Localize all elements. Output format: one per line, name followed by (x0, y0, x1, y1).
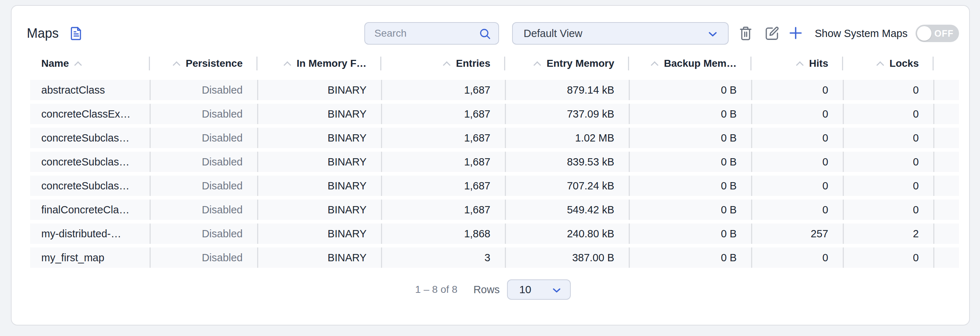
table-row[interactable]: concreteSubclas…DisabledBINARY1,687839.5… (30, 152, 959, 172)
search-icon[interactable] (478, 27, 492, 41)
cell-backup-mem: 0 B (629, 104, 751, 124)
cell-entries: 1,868 (381, 224, 505, 244)
cell-persistence: Disabled (150, 80, 257, 100)
rows-per-page-select[interactable]: 10 (507, 279, 571, 300)
cell-hits: 257 (751, 224, 843, 244)
cell-persistence: Disabled (150, 224, 257, 244)
cell-name: finalConcreteCla… (30, 200, 150, 220)
cell-in-memory-f: BINARY (257, 248, 381, 268)
table-row[interactable]: concreteSubclas…DisabledBINARY1,6871.02 … (30, 128, 959, 148)
sort-caret-icon (877, 61, 884, 69)
cell-entry-memory: 387.00 B (505, 248, 629, 268)
chevron-down-icon (706, 27, 719, 41)
cell-entry-memory: 549.42 kB (505, 200, 629, 220)
cell-name: concreteSubclas… (30, 176, 150, 196)
table-row[interactable]: finalConcreteCla…DisabledBINARY1,687549.… (30, 200, 959, 220)
delete-button[interactable] (737, 25, 754, 42)
cell-hits: 0 (751, 104, 843, 124)
cell-hits: 0 (751, 176, 843, 196)
cell-spacer (933, 200, 959, 220)
cell-entry-memory: 737.09 kB (505, 104, 629, 124)
show-system-maps-label: Show System Maps (815, 27, 908, 40)
column-header-in-memory-f[interactable]: In Memory F… (257, 52, 381, 75)
cell-spacer (933, 128, 959, 148)
column-label: Persistence (186, 58, 243, 69)
maps-panel: Maps Default Vi (11, 5, 970, 325)
sort-caret-icon (283, 61, 291, 69)
cell-spacer (933, 104, 959, 124)
toolbar: Maps Default Vi (27, 22, 959, 45)
cell-backup-mem: 0 B (629, 80, 751, 100)
cell-locks: 0 (843, 80, 933, 100)
pagination: 1 – 8 of 8 Rows 10 (27, 279, 959, 300)
cell-locks: 0 (843, 104, 933, 124)
cell-in-memory-f: BINARY (257, 104, 381, 124)
table-row[interactable]: my-distributed-…DisabledBINARY1,868240.8… (30, 224, 959, 244)
cell-entries: 1,687 (381, 128, 505, 148)
column-label: Entries (456, 58, 490, 69)
sort-caret-icon (533, 61, 541, 69)
table-row[interactable]: concreteSubclas…DisabledBINARY1,687707.2… (30, 176, 959, 196)
cell-entries: 1,687 (381, 200, 505, 220)
cell-locks: 2 (843, 224, 933, 244)
cell-entries: 3 (381, 248, 505, 268)
column-header-hits[interactable]: Hits (751, 52, 843, 75)
cell-name: concreteSubclas… (30, 152, 150, 172)
table-row[interactable]: concreteClassEx…DisabledBINARY1,687737.0… (30, 104, 959, 124)
rows-per-page-value: 10 (519, 283, 531, 296)
column-label: Locks (889, 58, 919, 69)
cell-spacer (933, 224, 959, 244)
column-header-persistence[interactable]: Persistence (150, 52, 257, 75)
add-button[interactable] (788, 25, 804, 42)
toolbar-controls: Default View (364, 22, 959, 45)
column-header-backup-mem[interactable]: Backup Mem… (629, 52, 751, 75)
column-header-name[interactable]: Name (30, 52, 150, 75)
column-label: Name (41, 58, 69, 69)
cell-locks: 0 (843, 200, 933, 220)
cell-entry-memory: 240.80 kB (505, 224, 629, 244)
cell-in-memory-f: BINARY (257, 224, 381, 244)
cell-name: my-distributed-… (30, 224, 150, 244)
cell-in-memory-f: BINARY (257, 80, 381, 100)
page-title: Maps (27, 26, 59, 41)
column-header-entry-memory[interactable]: Entry Memory (505, 52, 629, 75)
cell-entries: 1,687 (381, 152, 505, 172)
cell-in-memory-f: BINARY (257, 176, 381, 196)
table-row[interactable]: my_first_mapDisabledBINARY3387.00 B0 B00 (30, 248, 959, 268)
table-row[interactable]: abstractClassDisabledBINARY1,687879.14 k… (30, 80, 959, 100)
cell-persistence: Disabled (150, 176, 257, 196)
cell-entries: 1,687 (381, 176, 505, 196)
toggle-state-label: OFF (934, 28, 954, 39)
column-header-entries[interactable]: Entries (381, 52, 505, 75)
cell-backup-mem: 0 B (629, 128, 751, 148)
show-system-maps-toggle[interactable]: OFF (916, 25, 959, 42)
sort-caret-icon (651, 61, 659, 69)
cell-spacer (933, 176, 959, 196)
plus-icon (788, 25, 804, 42)
cell-entry-memory: 839.53 kB (505, 152, 629, 172)
cell-entry-memory: 879.14 kB (505, 80, 629, 100)
cell-hits: 0 (751, 200, 843, 220)
cell-in-memory-f: BINARY (257, 128, 381, 148)
cell-entry-memory: 707.24 kB (505, 176, 629, 196)
cell-name: my_first_map (30, 248, 150, 268)
cell-hits: 0 (751, 152, 843, 172)
column-label: In Memory F… (297, 58, 366, 69)
cell-spacer (933, 152, 959, 172)
cell-name: abstractClass (30, 80, 150, 100)
toggle-knob (917, 26, 931, 41)
cell-persistence: Disabled (150, 248, 257, 268)
cell-locks: 0 (843, 128, 933, 148)
cell-backup-mem: 0 B (629, 248, 751, 268)
column-header-spacer (933, 52, 959, 75)
cell-entry-memory: 1.02 MB (505, 128, 629, 148)
view-select[interactable]: Default View (512, 22, 729, 45)
cell-locks: 0 (843, 248, 933, 268)
cell-spacer (933, 248, 959, 268)
table-body: abstractClassDisabledBINARY1,687879.14 k… (30, 80, 959, 268)
column-header-locks[interactable]: Locks (843, 52, 933, 75)
cell-entries: 1,687 (381, 104, 505, 124)
sort-caret-icon (796, 61, 803, 69)
edit-button[interactable] (764, 25, 780, 42)
table-header: NamePersistenceIn Memory F…EntriesEntry … (30, 52, 959, 75)
